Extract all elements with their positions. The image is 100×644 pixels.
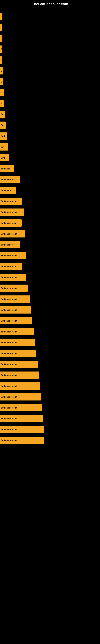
bar-label: Bottleneck result (1, 309, 17, 311)
bar-label: Bottleneck resu (1, 200, 16, 202)
bar-label: Bo (1, 124, 3, 126)
bar-item: Bottleneck result (0, 230, 25, 238)
bar-row: Bott (0, 152, 100, 163)
bar-label: Bottleneck result (1, 287, 17, 290)
bar-item: Bottleneck result (0, 208, 24, 216)
bar-row: Bottleneck result (0, 305, 100, 315)
bar-row: Bottleneck result (0, 381, 100, 391)
bar-row: Bottleneck result (0, 326, 100, 337)
bar-row: Bottleneck result (0, 272, 100, 282)
bar-label: Bottleneck result (1, 320, 17, 322)
bar-label: Bottleneck result (1, 418, 17, 420)
bar-item: B (0, 100, 4, 107)
bar-row: Bottleneck result (0, 294, 100, 304)
bar-label: Bottleneck result (1, 407, 17, 409)
bar-item: Bottleneck result (0, 350, 36, 357)
bar-row: E (0, 87, 100, 98)
bar-item: Bottleneck res (0, 176, 20, 183)
bar-label: Bottleneck (1, 190, 11, 192)
bar-item (0, 34, 1, 42)
bar-label: Bottleneck result (1, 298, 17, 300)
bar-row: Bottleneck res (0, 174, 100, 185)
bar-row: Bottleneck result (0, 402, 100, 413)
bar-item: Bottleneck result (0, 415, 43, 422)
bar-row (0, 22, 100, 32)
bar-label: Bottleneck result (1, 233, 17, 235)
bar-label: Bottleneck result (1, 374, 17, 376)
bar-item: Bottleneck (0, 187, 16, 194)
bar-item: Bottleneck resu (0, 219, 22, 226)
bar-label: Bottleneck result (1, 211, 17, 213)
bar-label: Be (1, 113, 3, 116)
bar-label: Bottleneck result (1, 342, 17, 344)
bar-item: Bottleneck result (0, 328, 34, 335)
bar-item: Bottleneck result (0, 361, 38, 368)
bar-item: Bott (0, 154, 9, 162)
bar-row: Bottleneck res (0, 240, 100, 250)
bar-label: E (1, 48, 2, 50)
bar-label: Bottleneck resu (1, 222, 16, 224)
bars-container: EFBEEBBeBoBottBotBottBottlenecBottleneck… (0, 9, 100, 448)
bar-row: Bot (0, 142, 100, 152)
bar-label: Bottleneck result (1, 254, 17, 257)
bar-row: Bottleneck (0, 185, 100, 196)
bar-item: E (0, 78, 3, 85)
bar-label: Bottleneck result (1, 276, 17, 278)
bar-row: Bottleneck result (0, 250, 100, 261)
bar-row: Bott (0, 131, 100, 141)
bar-item: Bottleneck result (0, 437, 44, 444)
bar-row: E (0, 76, 100, 87)
bar-item: Bot (0, 143, 8, 150)
bar-item: Bottleneck result (0, 274, 26, 281)
bar-item: Bottleneck result (0, 404, 42, 411)
bar-item: E (0, 46, 2, 53)
bar-row: Bottleneck result (0, 370, 100, 380)
bar-item: Bottleneck res (0, 241, 20, 248)
bar-item: Bottleneck result (0, 382, 40, 390)
bar-row: F (0, 55, 100, 65)
bar-row: Bottleneck result (0, 424, 100, 435)
bar-row: Bottleneck result (0, 316, 100, 326)
bar-row: Bottleneck result (0, 413, 100, 424)
bar-item: Bottleneck result (0, 426, 44, 433)
bar-row: Bottleneck resu (0, 218, 100, 228)
bar-label: E (1, 81, 2, 83)
bar-item: Bottleneck result (0, 339, 35, 346)
bar-row (0, 11, 100, 22)
bar-label: Bottleneck result (1, 428, 17, 431)
bar-label: Bottleneck result (1, 363, 17, 366)
bar-row: Bottleneck result (0, 392, 100, 402)
bar-row: E (0, 44, 100, 54)
bar-row: Bottleneck result (0, 435, 100, 446)
bar-row: B (0, 98, 100, 109)
bar-item: Bottleneck result (0, 372, 39, 379)
site-title: TheBottlenecker.com (0, 0, 100, 9)
bar-item: Bo (0, 122, 6, 129)
bar-label: B (1, 70, 2, 72)
bar-label: Bottleneck result (1, 385, 17, 387)
bar-row: B (0, 66, 100, 76)
bar-row (0, 33, 100, 44)
bar-label: Bottleneck res (1, 244, 15, 246)
bar-label: Bot (1, 146, 4, 148)
bar-row: Bottleneck result (0, 359, 100, 370)
bar-item: Bottleneck resu (0, 198, 22, 205)
bar-row: Bottleneck resu (0, 196, 100, 206)
bar-item: Bottleneck result (0, 284, 28, 292)
bar-label: Bottleneck resu (1, 266, 16, 268)
bar-item: Bottlenec (0, 165, 14, 172)
bar-label: F (1, 59, 2, 61)
bar-row: Bottleneck result (0, 228, 100, 239)
bar-item: Be (0, 111, 5, 118)
bar-item: B (0, 67, 3, 74)
bar-item: Bottleneck result (0, 252, 26, 259)
bar-label: Bottleneck result (1, 352, 17, 354)
bar-label: Bottleneck result (1, 331, 17, 333)
bar-item: Bott (0, 132, 7, 140)
bar-row: Bottleneck result (0, 283, 100, 294)
bar-item (0, 13, 1, 20)
bar-row: Bottleneck result (0, 207, 100, 217)
bar-row: Bottleneck result (0, 348, 100, 359)
bar-item: Bottleneck resu (0, 263, 22, 270)
bar-item: F (0, 56, 2, 64)
